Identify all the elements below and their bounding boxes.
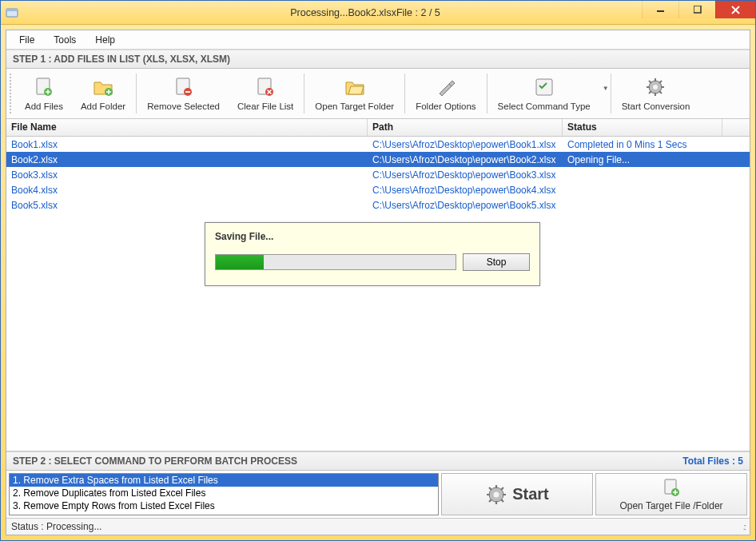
step2-body: 1. Remove Extra Spaces from Listed Excel… [6,471,750,519]
folder-open-icon [342,74,368,100]
files-grid: File Name Path Status Book1.xlsxC:\Users… [6,119,750,451]
start-conversion-button[interactable]: Start Conversion [613,70,699,117]
window-controls [642,1,755,18]
cell-file-name: Book4.xlsx [6,184,368,197]
progress-bar [215,254,456,270]
cell-status: Opening File... [563,153,722,166]
clear-file-list-button[interactable]: Clear File List [229,70,302,117]
cell-path: C:\Users\Afroz\Desktop\epower\Book5.xlsx [368,199,563,212]
grid-body[interactable]: Book1.xlsxC:\Users\Afroz\Desktop\epower\… [6,137,750,213]
file-open-icon [661,478,682,499]
table-row[interactable]: Book4.xlsxC:\Users\Afroz\Desktop\epower\… [6,182,750,197]
svg-rect-2 [657,10,664,12]
step2-header: STEP 2 : SELECT COMMAND TO PERFORM BATCH… [6,451,750,471]
step1-header-label: STEP 1 : ADD FILES IN LIST (XLS, XLSX, X… [13,54,230,65]
file-clear-icon [253,74,278,100]
cell-file-name: Book2.xlsx [6,153,368,166]
progress-fill [216,255,264,269]
menubar: File Tools Help [6,30,750,50]
list-item[interactable]: 2. Remove Duplicates from Listed Excel F… [10,487,438,499]
gear-icon [643,74,668,100]
table-row[interactable]: Book3.xlsxC:\Users\Afroz\Desktop\epower\… [6,167,750,182]
status-text: Status : Processing... [11,521,101,532]
select-command-type-button[interactable]: Select Command Type [489,70,599,117]
remove-selected-button[interactable]: Remove Selected [138,70,229,117]
titlebar: Processing...Book2.xlsxFile : 2 / 5 [1,1,755,25]
total-files-label: Total Files : 5 [682,455,743,467]
cell-path: C:\Users\Afroz\Desktop\epower\Book1.xlsx [368,138,563,151]
tools-icon [433,74,459,100]
svg-point-13 [653,85,658,90]
cell-path: C:\Users\Afroz\Desktop\epower\Book2.xlsx [368,153,563,166]
cell-file-name: Book5.xlsx [6,199,368,212]
list-item[interactable]: 3. Remove Empty Rows from Listed Excel F… [10,499,438,512]
chevron-down-icon[interactable]: ▼ [603,85,609,103]
cell-file-name: Book3.xlsx [6,169,368,181]
file-add-icon [31,74,57,100]
stop-button[interactable]: Stop [463,253,530,271]
cell-path: C:\Users\Afroz\Desktop\epower\Book4.xlsx [368,184,563,197]
resize-grip[interactable]: .:: [743,523,745,531]
open-target-folder-button[interactable]: Open Target Folder [306,70,403,117]
progress-dialog: Saving File... Stop [205,222,540,286]
table-row[interactable]: Book5.xlsxC:\Users\Afroz\Desktop\epower\… [6,197,750,213]
column-status[interactable]: Status [563,119,722,136]
svg-point-15 [494,491,499,497]
open-target-label: Open Target File /Folder [619,500,722,511]
step2-header-label: STEP 2 : SELECT COMMAND TO PERFORM BATCH… [13,455,297,467]
cell-status [563,174,722,176]
svg-rect-3 [694,6,701,13]
cell-status [563,189,722,191]
grid-header: File Name Path Status [6,119,750,137]
file-remove-icon [171,74,197,100]
step1-header: STEP 1 : ADD FILES IN LIST (XLS, XLSX, X… [6,50,750,69]
svg-rect-11 [536,79,552,95]
start-button-label: Start [512,485,549,503]
cell-status: Completed in 0 Mins 1 Secs [563,138,722,151]
minimize-button[interactable] [642,1,678,18]
checklist-icon [531,74,557,100]
menu-file[interactable]: File [11,32,42,48]
toolbar: Add Files Add Folder Remove Selected Cle… [6,69,750,119]
column-file-name[interactable]: File Name [6,119,368,136]
cell-status [563,205,722,206]
table-row[interactable]: Book1.xlsxC:\Users\Afroz\Desktop\epower\… [6,137,750,152]
cell-file-name: Book1.xlsx [6,138,368,151]
add-files-button[interactable]: Add Files [16,70,72,117]
command-list[interactable]: 1. Remove Extra Spaces from Listed Excel… [9,473,439,515]
menu-tools[interactable]: Tools [46,32,84,48]
gear-icon [485,483,507,506]
close-button[interactable] [715,1,755,18]
cell-path: C:\Users\Afroz\Desktop\epower\Book3.xlsx [368,169,563,181]
maximize-button[interactable] [678,1,715,18]
menu-help[interactable]: Help [87,32,123,48]
folder-add-icon [90,74,116,100]
folder-options-button[interactable]: Folder Options [407,70,484,117]
statusbar: Status : Processing... .:: [6,519,750,535]
app-window: Processing...Book2.xlsxFile : 2 / 5 File… [0,0,756,541]
list-item[interactable]: 1. Remove Extra Spaces from Listed Excel… [10,474,438,487]
add-folder-button[interactable]: Add Folder [72,70,134,117]
column-path[interactable]: Path [368,119,563,136]
table-row[interactable]: Book2.xlsxC:\Users\Afroz\Desktop\epower\… [6,152,750,167]
open-target-file-folder-button[interactable]: Open Target File /Folder [595,473,747,515]
progress-label: Saving File... [215,231,530,242]
start-button[interactable]: Start [441,473,593,515]
